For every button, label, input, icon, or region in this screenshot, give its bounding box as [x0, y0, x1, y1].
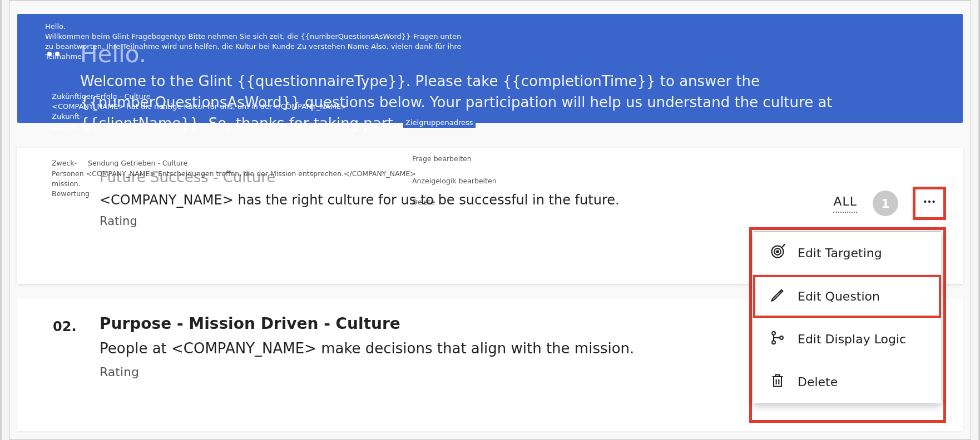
- intro-meta-line4: Bewertung: [52, 122, 462, 132]
- intro-meta-line2: <COMPANY_NAME> hat die richtige Kultur f…: [52, 102, 462, 112]
- target-icon: [770, 244, 785, 262]
- menu-edit-targeting[interactable]: Edit Targeting: [753, 232, 941, 275]
- intro-meta-line1: Zukünftiger Erfolg - Culture: [52, 92, 462, 102]
- menu-edit-display-logic[interactable]: Edit Display Logic: [753, 318, 941, 361]
- svg-point-5: [776, 251, 779, 253]
- svg-point-7: [772, 341, 775, 344]
- menu-delete-label: Delete: [798, 375, 838, 389]
- question-2-title: Purpose - Mission Driven - Culture: [100, 314, 690, 333]
- segment-all-label[interactable]: ALL: [833, 194, 857, 213]
- svg-point-6: [772, 332, 775, 335]
- more-actions-button[interactable]: [914, 188, 945, 219]
- question-1-controls: ALL 1: [833, 188, 945, 219]
- branch-icon: [770, 330, 785, 348]
- question-1-title: Future Success - Culture: [100, 169, 690, 186]
- pencil-icon: [770, 287, 785, 306]
- question-2-type: Rating: [100, 365, 690, 379]
- page-frame: Hello. Willkommen beim Glint Fragebogent…: [9, 0, 971, 440]
- question-2-text: People at <COMPANY_NAME> make decisions …: [100, 337, 690, 359]
- question-1-body: Future Success - Culture <COMPANY_NAME> …: [100, 169, 690, 228]
- svg-point-1: [928, 201, 930, 203]
- trash-icon: [770, 373, 785, 391]
- svg-point-2: [932, 201, 934, 203]
- intro-meta-line3: Zukunft-: [52, 112, 462, 122]
- intro-meta-de: Zukünftiger Erfolg - Culture <COMPANY_NA…: [52, 92, 462, 132]
- intro-hello-de: Hello.: [45, 22, 462, 32]
- de-meta-a: Zweck-: [52, 159, 77, 167]
- question-1-text: <COMPANY_NAME> has the right culture for…: [100, 190, 690, 210]
- segment-count-chip[interactable]: 1: [873, 191, 898, 216]
- menu-delete[interactable]: Delete: [753, 361, 941, 403]
- menu-edit-question-label: Edit Question: [798, 289, 880, 303]
- edit-question-label-de: Frage bearbeiten: [412, 154, 472, 163]
- question-2-body: Purpose - Mission Driven - Culture Peopl…: [100, 314, 690, 379]
- menu-edit-targeting-label: Edit Targeting: [798, 246, 882, 260]
- more-actions-icon: [922, 194, 937, 212]
- svg-point-0: [924, 201, 926, 203]
- question-1-type: Rating: [100, 214, 690, 228]
- intro-hello-en: Hello.: [80, 41, 146, 68]
- menu-edit-display-label: Edit Display Logic: [798, 332, 906, 346]
- de-meta-b: Sendung Getrieben - Culture: [88, 159, 187, 167]
- menu-edit-question[interactable]: Edit Question: [753, 275, 941, 318]
- drag-handle-icon[interactable]: [47, 52, 60, 56]
- question-2-number: 02.: [53, 319, 77, 334]
- svg-point-8: [780, 336, 783, 339]
- intro-banner: Hello. Willkommen beim Glint Fragebogent…: [17, 14, 963, 123]
- targeting-chip: Zielgruppenadress: [403, 117, 476, 128]
- context-menu: Edit Targeting Edit Question Edit Displa…: [753, 231, 941, 403]
